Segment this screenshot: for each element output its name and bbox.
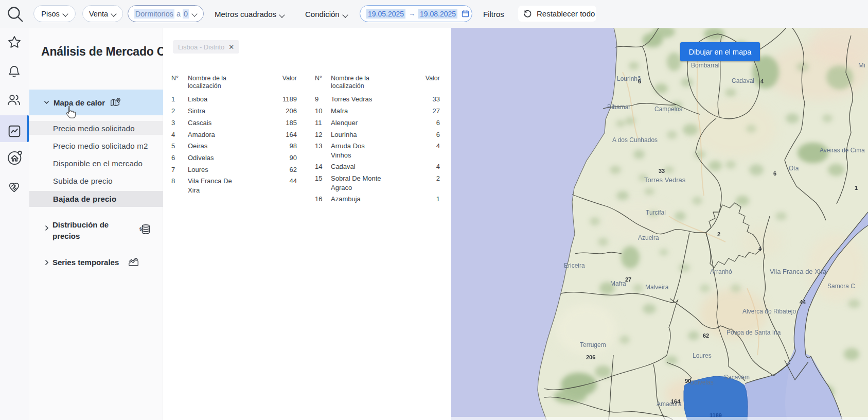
svg-text:Loures: Loures [693,352,712,359]
svg-text:90: 90 [685,378,691,384]
svg-text:4: 4 [758,246,762,252]
svg-text:$: $ [139,227,142,232]
svg-text:Ericeira: Ericeira [564,262,585,269]
svg-text:Arranhó: Arranhó [710,268,732,275]
svg-text:Aveiras de Cima: Aveiras de Cima [820,147,865,154]
svg-text:Malveira: Malveira [645,284,669,291]
svg-text:Turcifal: Turcifal [646,209,666,216]
svg-text:Azueira: Azueira [638,234,659,241]
svg-text:33: 33 [659,168,665,174]
svg-text:62: 62 [703,332,709,339]
svg-text:Ota: Ota [789,165,799,172]
svg-text:Mi: Mi [858,61,865,69]
svg-text:A dos Cunhados: A dos Cunhados [612,136,658,144]
svg-text:Sacavém: Sacavém [724,374,750,381]
svg-text:Campelos: Campelos [654,106,682,113]
svg-text:Ribamar: Ribamar [607,103,630,111]
svg-text:Terrugem: Terrugem [580,341,606,348]
svg-text:6: 6 [638,78,641,84]
svg-text:Bombarral: Bombarral [691,62,719,69]
svg-text:Samora C: Samora C [827,283,855,290]
svg-text:Póvoa de Santa Iria: Póvoa de Santa Iria [727,329,781,336]
svg-text:Lourinhã: Lourinhã [617,75,641,82]
svg-text:Odivelas: Odivelas [689,379,714,386]
svg-text:164: 164 [671,398,681,405]
svg-text:Torres Vedras: Torres Vedras [644,176,686,184]
svg-text:27: 27 [625,276,631,283]
svg-text:Mafra: Mafra [610,280,626,287]
svg-text:Cadaval: Cadaval [732,77,754,84]
svg-text:2: 2 [717,231,720,237]
svg-text:4: 4 [760,78,764,84]
svg-text:Vila Franca de Xira: Vila Franca de Xira [770,268,827,275]
svg-text:44: 44 [800,299,806,305]
svg-text:206: 206 [586,354,595,360]
svg-text:1: 1 [855,185,858,191]
svg-text:6: 6 [773,170,776,177]
svg-text:Alverca do Ribatejo: Alverca do Ribatejo [742,308,796,315]
